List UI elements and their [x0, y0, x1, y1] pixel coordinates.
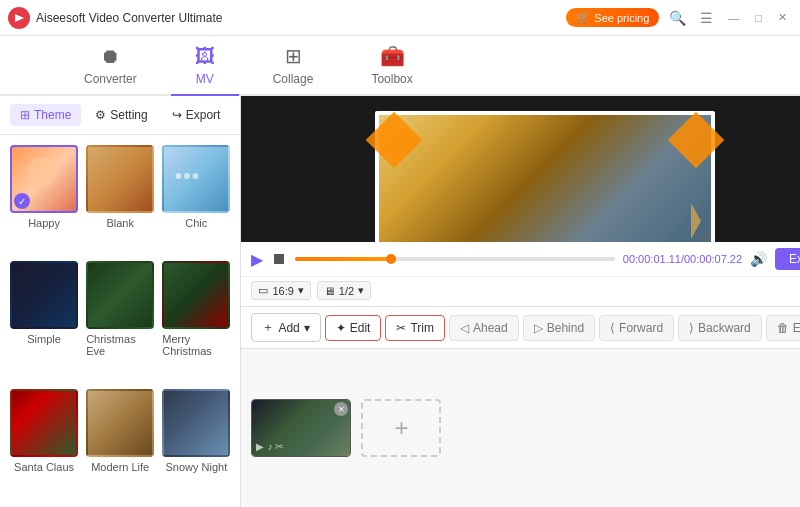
toolbox-icon: 🧰 — [380, 44, 405, 68]
see-pricing-button[interactable]: 🛒 See pricing — [566, 8, 659, 27]
minimize-button[interactable]: — — [723, 10, 744, 26]
setting-gear-icon: ⚙ — [95, 108, 106, 122]
theme-item-blank[interactable]: Blank — [86, 145, 154, 253]
behind-icon: ▷ — [534, 321, 543, 335]
menu-icon[interactable]: ☰ — [696, 8, 717, 28]
trim-button[interactable]: ✂ Trim — [385, 315, 445, 341]
converter-icon: ⏺ — [100, 45, 120, 68]
video-controls-row1: ▶ ⏹ 00:00:01.11/00:00:07.22 🔊 Export — [241, 242, 800, 276]
video-preview — [241, 96, 800, 242]
mv-icon: 🖼 — [195, 45, 215, 68]
export-button[interactable]: Export — [775, 248, 800, 270]
theme-item-simple[interactable]: Simple — [10, 261, 78, 381]
theme-selected-check: ✓ — [14, 193, 30, 209]
theme-tab[interactable]: ⊞ Theme — [10, 104, 81, 126]
time-display: 00:00:01.11/00:00:07.22 — [623, 253, 742, 265]
corner-accent-tr — [667, 112, 724, 169]
theme-item-modern-life[interactable]: Modern Life — [86, 389, 154, 497]
ratio-icon: ▭ — [258, 284, 268, 297]
add-icon: ＋ — [262, 319, 274, 336]
close-button[interactable]: ✕ — [773, 9, 792, 26]
video-controls-row2: ▭ 16:9 ▾ 🖥 1/2 ▾ — [241, 276, 800, 306]
titlebar: Aiseesoft Video Converter Ultimate 🛒 See… — [0, 0, 800, 36]
timeline-area: ✕ ▶ ♪ ✂ + 1 / 1 — [241, 348, 800, 507]
behind-button[interactable]: ▷ Behind — [523, 315, 595, 341]
trash-icon: 🗑 — [777, 321, 789, 335]
edit-button[interactable]: ✦ Edit — [325, 315, 382, 341]
backward-button[interactable]: ⟩ Backward — [678, 315, 762, 341]
theme-item-chic[interactable]: Chic — [162, 145, 230, 253]
clip-scissors-icon: ✂ — [275, 441, 283, 452]
search-icon[interactable]: 🔍 — [665, 8, 690, 28]
add-clip-button[interactable]: + — [361, 399, 441, 457]
bottom-toolbar: ＋ Add ▾ ✦ Edit ✂ Trim ◁ Ahead ▷ Behind ⟨ — [241, 306, 800, 348]
clip-music-icon: ♪ — [267, 441, 272, 452]
theme-item-christmas-eve[interactable]: Christmas Eve — [86, 261, 154, 381]
theme-thumb-blank — [86, 145, 154, 213]
add-dropdown-icon: ▾ — [304, 321, 310, 335]
collage-icon: ⊞ — [285, 44, 302, 68]
setting-tab[interactable]: ⚙ Setting — [85, 104, 157, 126]
theme-label-santa-claus: Santa Claus — [14, 461, 74, 473]
theme-label-happy: Happy — [28, 217, 60, 229]
theme-label-blank: Blank — [106, 217, 134, 229]
export-tab[interactable]: ↪ Export — [162, 104, 231, 126]
cart-icon: 🛒 — [576, 11, 590, 24]
app-name: Aiseesoft Video Converter Ultimate — [36, 11, 566, 25]
tab-collage[interactable]: ⊞ Collage — [249, 36, 338, 96]
progress-fill — [295, 257, 391, 261]
content-area: ⊞ Theme ⚙ Setting ↪ Export ✓ Happy — [0, 96, 800, 507]
quality-select[interactable]: 🖥 1/2 ▾ — [317, 281, 371, 300]
volume-icon[interactable]: 🔊 — [750, 251, 767, 267]
theme-label-chic: Chic — [185, 217, 207, 229]
corner-accent-tl — [365, 112, 422, 169]
theme-label-christmas-eve: Christmas Eve — [86, 333, 154, 357]
ratio-dropdown-icon: ▾ — [298, 284, 304, 297]
quality-dropdown-icon: ▾ — [358, 284, 364, 297]
progress-bar[interactable] — [295, 257, 614, 261]
export-icon: ↪ — [172, 108, 182, 122]
theme-item-santa-claus[interactable]: Santa Claus — [10, 389, 78, 497]
forward-icon: ⟨ — [610, 321, 615, 335]
video-frame — [375, 111, 715, 242]
ratio-select[interactable]: ▭ 16:9 ▾ — [251, 281, 310, 300]
play-button[interactable]: ▶ — [251, 250, 263, 269]
main-nav: ⏺ Converter 🖼 MV ⊞ Collage 🧰 Toolbox — [0, 36, 800, 96]
tab-mv[interactable]: 🖼 MV — [171, 37, 239, 96]
theme-thumb-chic — [162, 145, 230, 213]
maximize-button[interactable]: □ — [750, 10, 767, 26]
theme-thumb-modern-life — [86, 389, 154, 457]
ahead-button[interactable]: ◁ Ahead — [449, 315, 519, 341]
ahead-icon: ◁ — [460, 321, 469, 335]
theme-thumb-snowy-night — [162, 389, 230, 457]
add-button[interactable]: ＋ Add ▾ — [251, 313, 320, 342]
progress-thumb — [386, 254, 396, 264]
ratio-value: 16:9 — [272, 285, 293, 297]
empty-button[interactable]: 🗑 Empty — [766, 315, 800, 341]
theme-thumb-santa-claus — [10, 389, 78, 457]
backward-icon: ⟩ — [689, 321, 694, 335]
titlebar-actions: 🛒 See pricing 🔍 ☰ — □ ✕ — [566, 8, 792, 28]
left-panel: ⊞ Theme ⚙ Setting ↪ Export ✓ Happy — [0, 96, 241, 507]
right-panel: ▶ ⏹ 00:00:01.11/00:00:07.22 🔊 Export ▭ 1… — [241, 96, 800, 507]
quality-value: 1/2 — [339, 285, 354, 297]
stop-button[interactable]: ⏹ — [271, 250, 287, 268]
theme-thumb-merry-christmas — [162, 261, 230, 329]
tab-converter[interactable]: ⏺ Converter — [60, 37, 161, 96]
theme-label-modern-life: Modern Life — [91, 461, 149, 473]
sub-nav: ⊞ Theme ⚙ Setting ↪ Export — [0, 96, 240, 135]
tab-toolbox[interactable]: 🧰 Toolbox — [347, 36, 436, 96]
app-logo — [8, 7, 30, 29]
theme-grid: ✓ Happy Blank Chic Simple C — [0, 135, 240, 507]
theme-item-happy[interactable]: ✓ Happy — [10, 145, 78, 253]
forward-button[interactable]: ⟨ Forward — [599, 315, 674, 341]
theme-item-merry-christmas[interactable]: Merry Christmas — [162, 261, 230, 381]
theme-thumb-simple — [10, 261, 78, 329]
trim-icon: ✂ — [396, 321, 406, 335]
theme-item-snowy-night[interactable]: Snowy Night — [162, 389, 230, 497]
theme-thumb-happy: ✓ — [10, 145, 78, 213]
timeline-clip[interactable]: ✕ ▶ ♪ ✂ — [251, 399, 351, 457]
quality-icon: 🖥 — [324, 285, 335, 297]
theme-label-merry-christmas: Merry Christmas — [162, 333, 230, 357]
theme-thumb-christmas-eve — [86, 261, 154, 329]
